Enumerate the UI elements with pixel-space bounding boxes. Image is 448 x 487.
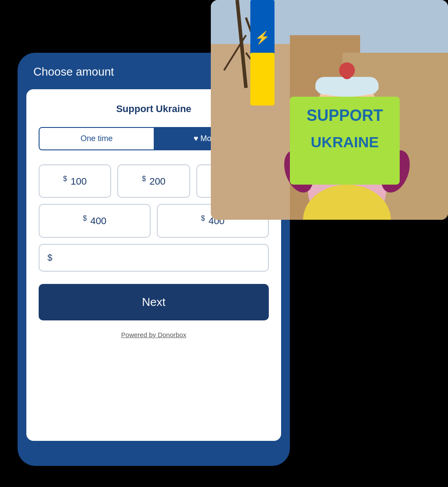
svg-text:UKRAINE: UKRAINE	[311, 134, 379, 150]
svg-rect-9	[250, 53, 275, 105]
dollar-sign-100: $	[63, 175, 67, 182]
svg-text:SUPPORT: SUPPORT	[307, 106, 383, 124]
amount-200-value: 200	[147, 176, 166, 187]
svg-text:⚡: ⚡	[255, 30, 270, 45]
amount-100-value: 100	[68, 176, 87, 187]
custom-amount-input[interactable]	[56, 253, 260, 263]
custom-amount-wrapper[interactable]: $	[39, 244, 269, 272]
next-button[interactable]: Next	[39, 284, 269, 320]
hero-photo: ⚡ SUPPORT UKRAINE	[211, 0, 448, 220]
dollar-sign-400b: $	[201, 214, 205, 222]
page-title: Choose amount	[33, 65, 210, 79]
dollar-sign-400a: $	[83, 214, 87, 222]
powered-by-link[interactable]: Powered by Donorbox	[39, 331, 269, 338]
amount-100[interactable]: $ 100	[39, 164, 111, 198]
dollar-sign-200: $	[142, 175, 146, 182]
amount-200[interactable]: $ 200	[117, 164, 190, 198]
svg-rect-14	[315, 77, 379, 94]
one-time-button[interactable]: One time	[40, 128, 154, 149]
custom-dollar-sign: $	[47, 253, 52, 263]
amount-400a-value: 400	[88, 216, 107, 227]
amount-400a[interactable]: $ 400	[39, 204, 151, 237]
svg-point-16	[339, 62, 355, 78]
